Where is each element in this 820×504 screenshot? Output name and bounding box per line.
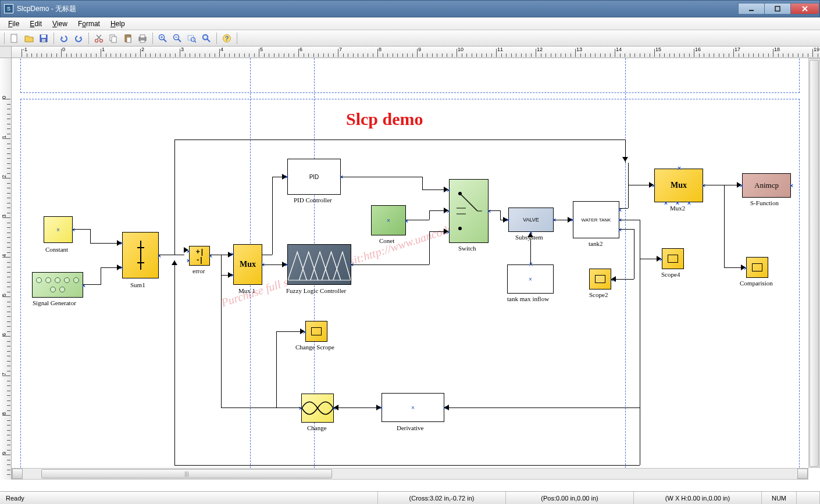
menu-help[interactable]: Help bbox=[106, 19, 130, 29]
svg-line-25 bbox=[178, 39, 181, 42]
page-boundary-top bbox=[20, 58, 800, 93]
block-error[interactable]: +|-| ××× bbox=[189, 246, 210, 266]
block-subsystem[interactable]: VALVE ××× bbox=[508, 208, 554, 232]
label-sum1: Sum1 bbox=[130, 281, 145, 288]
svg-rect-7 bbox=[42, 39, 45, 42]
label-tankmax: tank max inflow bbox=[507, 295, 549, 302]
undo-button[interactable] bbox=[58, 32, 70, 45]
redo-button[interactable] bbox=[72, 32, 85, 45]
svg-rect-6 bbox=[41, 35, 46, 38]
block-tankmax[interactable]: × × bbox=[507, 264, 554, 294]
label-tank2: tank2 bbox=[589, 240, 602, 247]
menu-bar: File Edit View Format Help bbox=[0, 17, 820, 30]
diagram-title: Slcp demo bbox=[346, 109, 423, 129]
label-mux1: Mux 1 bbox=[238, 287, 255, 294]
status-ready: Ready bbox=[0, 492, 378, 504]
scrollbar-vertical[interactable] bbox=[808, 58, 820, 468]
label-change-scope: Change Scrope bbox=[295, 344, 334, 351]
svg-line-21 bbox=[163, 39, 166, 42]
block-tank2[interactable]: WATER TANK × ××× bbox=[573, 201, 619, 238]
block-comparison[interactable]: × bbox=[746, 257, 768, 278]
status-bar: Ready (Cross:3.02 in,-0.72 in) (Pos:0.00… bbox=[0, 491, 820, 504]
zoom-in-button[interactable] bbox=[156, 32, 169, 45]
label-scope4: Scope4 bbox=[661, 271, 680, 278]
label-mux2: Mux2 bbox=[670, 205, 685, 212]
help-button[interactable]: ? bbox=[220, 32, 233, 45]
svg-rect-1 bbox=[775, 6, 780, 11]
block-mux2[interactable]: Mux ×× ××× × bbox=[654, 169, 703, 202]
block-sum1[interactable]: ×× × bbox=[122, 232, 159, 278]
mux1-text: Mux bbox=[240, 260, 256, 269]
menu-format[interactable]: Format bbox=[73, 19, 105, 29]
scroll-right-button[interactable] bbox=[797, 469, 808, 479]
block-derivative[interactable]: × ×× bbox=[382, 393, 444, 422]
svg-rect-16 bbox=[127, 37, 131, 42]
block-change[interactable]: ×× bbox=[301, 394, 334, 423]
status-pos: (Pos:0.00 in,0.00 in) bbox=[506, 492, 634, 504]
tank2-text: WATER TANK bbox=[582, 217, 611, 223]
svg-text:?: ? bbox=[225, 35, 229, 42]
ruler-horizontal: -101234567891011121314151617181920 bbox=[12, 47, 820, 58]
cut-button[interactable] bbox=[92, 32, 105, 45]
svg-rect-18 bbox=[140, 35, 145, 38]
toolbar: ? bbox=[0, 30, 820, 47]
minimize-button[interactable] bbox=[738, 3, 765, 15]
canvas[interactable]: Slcp demo Purchase full source code, vis… bbox=[12, 58, 808, 468]
label-derivative: Derivative bbox=[397, 424, 423, 431]
new-button[interactable] bbox=[8, 32, 21, 45]
block-switch[interactable]: ××× × bbox=[449, 179, 489, 243]
print-button[interactable] bbox=[136, 32, 149, 45]
block-animcp[interactable]: Animcp ×× bbox=[742, 173, 791, 198]
ruler-corner bbox=[0, 47, 12, 58]
block-scope2[interactable]: × bbox=[589, 269, 611, 289]
label-pid: PID Controller bbox=[294, 196, 332, 203]
block-signal-generator[interactable]: × bbox=[32, 272, 83, 298]
block-change-scope[interactable]: × bbox=[305, 321, 327, 342]
app-icon: S bbox=[4, 4, 13, 13]
svg-rect-15 bbox=[126, 34, 130, 36]
pid-text: PID bbox=[309, 174, 319, 180]
block-mux1[interactable]: Mux ××× bbox=[233, 244, 262, 285]
zoom-area-button[interactable] bbox=[186, 32, 198, 45]
svg-rect-13 bbox=[112, 37, 116, 42]
label-fuzzy: Fuzzy Logic Controller bbox=[286, 287, 346, 294]
menu-file[interactable]: File bbox=[3, 19, 24, 29]
status-wh: (W X H:0.00 in,0.00 in) bbox=[634, 492, 762, 504]
scroll-left-button[interactable] bbox=[12, 469, 23, 479]
scroll-thumb[interactable]: ||| bbox=[41, 469, 332, 478]
paste-button[interactable] bbox=[122, 32, 134, 45]
block-conet[interactable]: × × bbox=[371, 205, 406, 235]
guide-v3 bbox=[625, 58, 626, 468]
svg-line-29 bbox=[194, 41, 196, 42]
workspace: -101234567891011121314151617181920 01234… bbox=[0, 47, 820, 491]
zoom-out-button[interactable] bbox=[171, 32, 184, 45]
maximize-button[interactable] bbox=[764, 3, 791, 15]
label-conet: Conet bbox=[379, 237, 394, 244]
svg-line-11 bbox=[97, 35, 101, 40]
label-change: Change bbox=[307, 424, 327, 431]
menu-file-label: ile bbox=[12, 20, 19, 28]
svg-rect-32 bbox=[204, 35, 207, 39]
ruler-vertical: 01234567891011 bbox=[0, 58, 12, 480]
label-signal-generator: Signal Generator bbox=[33, 299, 76, 306]
menu-view[interactable]: View bbox=[48, 19, 72, 29]
svg-rect-19 bbox=[140, 40, 145, 42]
status-num: NUM bbox=[762, 492, 797, 504]
block-pid[interactable]: PID ×× bbox=[287, 159, 341, 195]
open-button[interactable] bbox=[23, 32, 35, 45]
zoom-fit-button[interactable] bbox=[200, 32, 213, 45]
block-fuzzy[interactable]: ×× bbox=[287, 244, 351, 285]
mux2-text: Mux bbox=[671, 181, 687, 190]
close-button[interactable] bbox=[790, 3, 819, 15]
menu-edit[interactable]: Edit bbox=[25, 19, 47, 29]
animcp-text: Animcp bbox=[754, 181, 779, 190]
label-constant: Constant bbox=[45, 246, 68, 253]
status-cross: (Cross:3.02 in,-0.72 in) bbox=[378, 492, 506, 504]
block-scope4[interactable]: × bbox=[662, 248, 684, 269]
label-comparison: Comparision bbox=[740, 280, 773, 287]
svg-line-10 bbox=[97, 35, 101, 40]
copy-button[interactable] bbox=[107, 32, 120, 45]
save-button[interactable] bbox=[37, 32, 50, 45]
block-constant[interactable]: × × bbox=[44, 216, 73, 243]
scrollbar-horizontal[interactable]: ||| bbox=[12, 468, 808, 480]
